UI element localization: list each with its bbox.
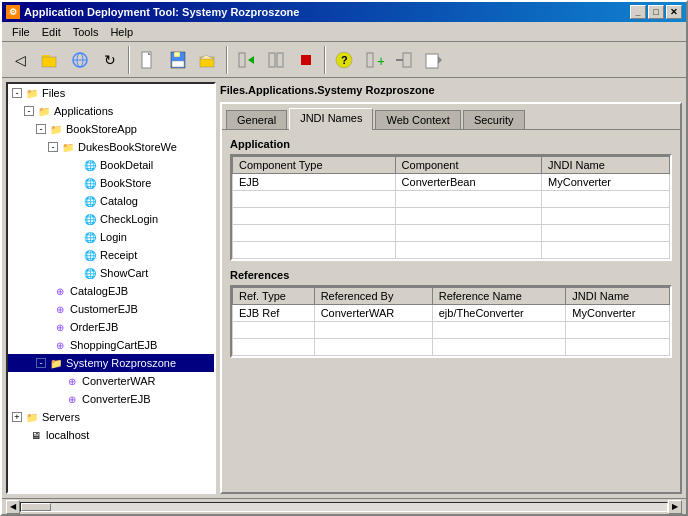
server-icon-localhost: 🖥 (28, 427, 44, 443)
tree-item-converterwar[interactable]: ⊕ ConverterWAR (8, 372, 214, 390)
ref-table-row[interactable]: EJB Ref ConverterWAR ejb/TheConverter My… (233, 305, 670, 322)
tree-label-checklogin: CheckLogin (100, 213, 158, 225)
svg-rect-16 (301, 55, 311, 65)
menu-help[interactable]: Help (104, 24, 139, 40)
globe-button[interactable] (66, 46, 94, 74)
expand-systemy[interactable]: - (36, 358, 46, 368)
title-bar-left: ⚙ Application Deployment Tool: Systemy R… (6, 5, 299, 19)
save-button[interactable] (164, 46, 192, 74)
open2-button[interactable] (194, 46, 222, 74)
application-table-wrapper: Component Type Component JNDI Name EJB C… (230, 154, 672, 261)
bottom-scrollbar: ◀ ▶ (2, 498, 686, 514)
ejb-icon-order: ⊕ (52, 319, 68, 335)
tab-general[interactable]: General (226, 110, 287, 129)
tree-label-systemy: Systemy Rozproszone (66, 357, 176, 369)
panel-breadcrumb: Files.Applications.Systemy Rozproszone (220, 82, 682, 98)
ejb-icon-shopping: ⊕ (52, 337, 68, 353)
add-button[interactable]: + (360, 46, 388, 74)
tree-item-shoppingcartejb[interactable]: ⊕ ShoppingCartEJB (8, 336, 214, 354)
tree-item-converterejb[interactable]: ⊕ ConverterEJB (8, 390, 214, 408)
tree-label-servers: Servers (42, 411, 80, 423)
globe-icon-receipt: 🌐 (82, 247, 98, 263)
tree-item-showcart[interactable]: 🌐 ShowCart (8, 264, 214, 282)
minimize-button[interactable]: _ (630, 5, 646, 19)
help-button[interactable]: ? (330, 46, 358, 74)
table-row-empty-4 (233, 242, 670, 259)
tree-item-dukesbookstorewe[interactable]: - 📁 DukesBookStoreWe (8, 138, 214, 156)
globe-icon-catalog: 🌐 (82, 193, 98, 209)
remove-button[interactable] (390, 46, 418, 74)
tab-content-jndi: Application Component Type Component JND… (222, 129, 680, 492)
menu-edit[interactable]: Edit (36, 24, 67, 40)
ref-row-0-jndi: MyConverter (566, 305, 670, 322)
scroll-left-button[interactable]: ◀ (6, 500, 20, 514)
back-button[interactable]: ◁ (6, 46, 34, 74)
globe-icon-bookstore: 🌐 (82, 175, 98, 191)
tree-label-showcart: ShowCart (100, 267, 148, 279)
scroll-right-button[interactable]: ▶ (668, 500, 682, 514)
tree-item-catalog[interactable]: 🌐 Catalog (8, 192, 214, 210)
tree-item-orderejb[interactable]: ⊕ OrderEJB (8, 318, 214, 336)
run-button[interactable] (262, 46, 290, 74)
deploy-button[interactable] (232, 46, 260, 74)
menu-bar: File Edit Tools Help (2, 22, 686, 42)
scrollbar-thumb[interactable] (21, 503, 51, 511)
tree-label-converterejb: ConverterEJB (82, 393, 150, 405)
export-button[interactable] (420, 46, 448, 74)
app-col-component-type: Component Type (233, 157, 396, 174)
ref-col-referenced-by: Referenced By (314, 288, 432, 305)
tree-item-servers[interactable]: + 📁 Servers (8, 408, 214, 426)
expand-files[interactable]: - (12, 88, 22, 98)
tree-item-catalogejb[interactable]: ⊕ CatalogEJB (8, 282, 214, 300)
expand-servers[interactable]: + (12, 412, 22, 422)
maximize-button[interactable]: □ (648, 5, 664, 19)
folder-icon-apps: 📁 (36, 103, 52, 119)
file-tree[interactable]: - 📁 Files - 📁 Applications - 📁 BookStore… (6, 82, 216, 494)
menu-tools[interactable]: Tools (67, 24, 105, 40)
expand-bookstoreapp[interactable]: - (36, 124, 46, 134)
tree-item-bookstore[interactable]: 🌐 BookStore (8, 174, 214, 192)
tab-security[interactable]: Security (463, 110, 525, 129)
tree-item-receipt[interactable]: 🌐 Receipt (8, 246, 214, 264)
tree-item-login[interactable]: 🌐 Login (8, 228, 214, 246)
close-button[interactable]: ✕ (666, 5, 682, 19)
tabs-header: General JNDI Names Web Context Security (222, 104, 680, 129)
scrollbar-track[interactable] (20, 502, 668, 512)
expand-applications[interactable]: - (24, 106, 34, 116)
menu-file[interactable]: File (6, 24, 36, 40)
tree-item-applications[interactable]: - 📁 Applications (8, 102, 214, 120)
ejb-icon-customer: ⊕ (52, 301, 68, 317)
new-file-button[interactable] (134, 46, 162, 74)
tabs-container: General JNDI Names Web Context Security … (220, 102, 682, 494)
tab-webcontext[interactable]: Web Context (375, 110, 460, 129)
table-row-empty-2 (233, 208, 670, 225)
ref-row-empty-1 (233, 322, 670, 339)
globe-icon-bookdetail: 🌐 (82, 157, 98, 173)
ref-row-0-refby: ConverterWAR (314, 305, 432, 322)
tree-item-customerejb[interactable]: ⊕ CustomerEJB (8, 300, 214, 318)
title-bar: ⚙ Application Deployment Tool: Systemy R… (2, 2, 686, 22)
table-row[interactable]: EJB ConverterBean MyConverter (233, 174, 670, 191)
tree-item-checklogin[interactable]: 🌐 CheckLogin (8, 210, 214, 228)
globe-icon-showcart: 🌐 (82, 265, 98, 281)
stop-button[interactable] (292, 46, 320, 74)
tree-item-systemyrozproszone[interactable]: - 📁 Systemy Rozproszone (8, 354, 214, 372)
tree-item-bookstoreapp[interactable]: - 📁 BookStoreApp (8, 120, 214, 138)
ref-col-reference-name: Reference Name (432, 288, 566, 305)
tree-item-localhost[interactable]: 🖥 localhost (8, 426, 214, 444)
table-row-empty-1 (233, 191, 670, 208)
tree-item-bookdetail[interactable]: 🌐 BookDetail (8, 156, 214, 174)
tree-label-bookstore: BookStore (100, 177, 151, 189)
toolbar: ◁ ↻ ? + (2, 42, 686, 78)
tree-label-catalogejb: CatalogEJB (70, 285, 128, 297)
svg-rect-22 (403, 53, 411, 67)
tab-jndi[interactable]: JNDI Names (289, 108, 373, 130)
tree-item-files[interactable]: - 📁 Files (8, 84, 214, 102)
refresh-button[interactable]: ↻ (96, 46, 124, 74)
expand-dukes[interactable]: - (48, 142, 58, 152)
open-button[interactable] (36, 46, 64, 74)
app-col-jndi-name: JNDI Name (542, 157, 670, 174)
tree-label-converterwar: ConverterWAR (82, 375, 156, 387)
app-col-component: Component (395, 157, 541, 174)
app-row-0-type: EJB (233, 174, 396, 191)
